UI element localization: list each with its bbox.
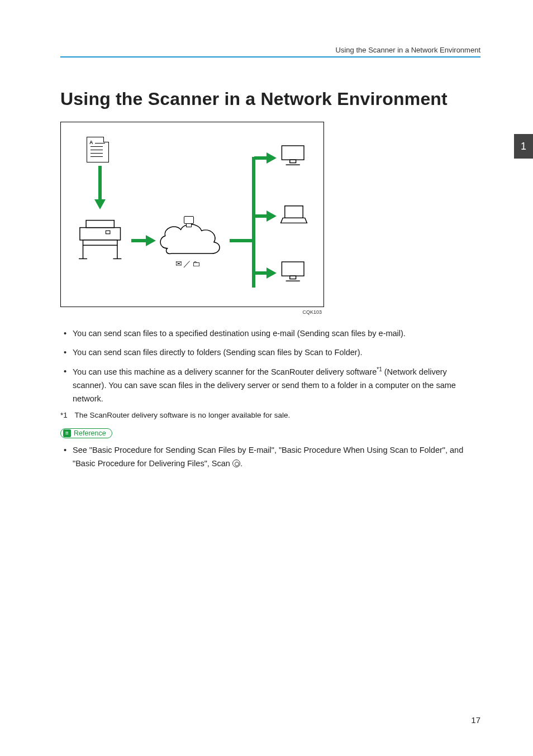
page-number: 17 — [471, 715, 480, 725]
network-diagram: A — [60, 122, 324, 307]
svg-rect-4 — [83, 240, 117, 245]
footnote-mark: *1 — [60, 411, 73, 419]
svg-rect-23 — [282, 262, 304, 276]
reference-trailing: . — [240, 459, 242, 468]
list-item: See "Basic Procedure for Sending Scan Fi… — [60, 444, 480, 471]
list-item: You can send scan files directly to fold… — [60, 346, 480, 360]
footnote-text: The ScanRouter delivery software is no l… — [75, 411, 291, 419]
footnote: *1 The ScanRouter delivery software is n… — [60, 411, 480, 419]
page-title: Using the Scanner in a Network Environme… — [60, 89, 480, 109]
list-item: You can send scan files to a specified d… — [60, 327, 480, 341]
list-item-text: You can use this machine as a delivery s… — [73, 367, 456, 403]
svg-rect-3 — [86, 221, 114, 228]
server-icon — [184, 216, 194, 224]
mail-folder-symbols: ✉／🗀 — [175, 259, 201, 269]
reference-list: See "Basic Procedure for Sending Scan Fi… — [60, 444, 480, 471]
laptop-icon — [279, 203, 309, 227]
arrow-right-icon — [254, 210, 277, 222]
bullet-list: You can send scan files to a specified d… — [60, 327, 480, 405]
diagram-code: CQK103 — [60, 309, 324, 315]
svg-marker-1 — [94, 199, 106, 209]
arrow-right-icon — [254, 152, 277, 164]
svg-marker-19 — [266, 267, 277, 279]
svg-marker-11 — [146, 235, 156, 246]
arrow-right-icon — [254, 267, 277, 279]
document-label: A — [89, 140, 93, 145]
svg-rect-9 — [106, 231, 110, 234]
arrow-right-icon — [131, 235, 156, 246]
reference-icon: ≡ — [63, 429, 71, 437]
desktop-icon — [279, 260, 309, 284]
list-item: You can use this machine as a delivery s… — [60, 365, 480, 406]
header-rule — [60, 56, 480, 58]
reference-badge: ≡ Reference — [60, 428, 112, 438]
desktop-icon — [279, 143, 309, 168]
chapter-tab: 1 — [514, 134, 533, 159]
printer-icon — [75, 217, 128, 262]
page: Using the Scanner in a Network Environme… — [0, 0, 533, 756]
svg-rect-20 — [282, 146, 304, 160]
document-icon: A — [87, 137, 109, 162]
svg-rect-24 — [290, 276, 296, 279]
svg-rect-2 — [80, 228, 121, 240]
running-head: Using the Scanner in a Network Environme… — [60, 46, 480, 54]
svg-marker-15 — [266, 152, 277, 164]
svg-rect-21 — [290, 160, 296, 162]
svg-marker-17 — [266, 210, 277, 222]
reference-label: Reference — [74, 429, 106, 437]
server-base-icon — [186, 224, 192, 227]
arrow-down-icon — [94, 166, 106, 209]
network-cloud-icon — [156, 217, 229, 262]
footnote-marker: *1 — [377, 366, 382, 372]
disc-icon — [232, 460, 240, 467]
reference-text: See "Basic Procedure for Sending Scan Fi… — [73, 446, 463, 468]
